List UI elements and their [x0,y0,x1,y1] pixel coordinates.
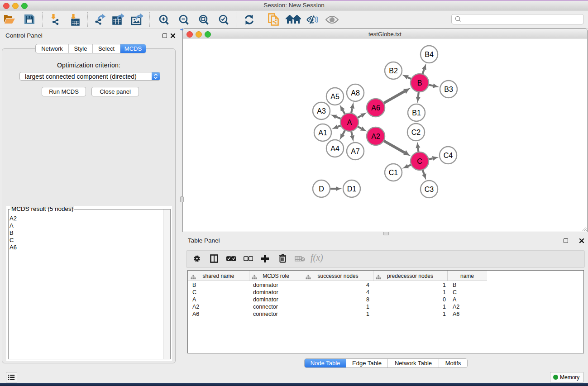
svg-text:D: D [319,185,324,193]
svg-text:B: B [417,79,422,87]
svg-text:C3: C3 [425,186,434,193]
svg-text:C4: C4 [444,152,453,159]
svg-text:A7: A7 [351,148,360,155]
svg-text:B4: B4 [425,51,434,58]
svg-text:A6: A6 [371,104,380,112]
svg-text:C1: C1 [389,169,398,176]
svg-text:A: A [347,119,352,126]
svg-text:D1: D1 [347,185,357,193]
svg-text:A4: A4 [330,145,339,152]
svg-text:B3: B3 [444,86,453,93]
svg-text:B1: B1 [412,109,421,117]
svg-text:C: C [417,157,422,165]
svg-text:A2: A2 [371,133,380,140]
svg-text:A1: A1 [318,129,327,137]
svg-text:A3: A3 [317,107,326,115]
svg-text:A8: A8 [351,89,360,97]
svg-text:B2: B2 [389,67,398,75]
svg-text:A5: A5 [330,93,339,100]
svg-text:C2: C2 [411,129,421,136]
